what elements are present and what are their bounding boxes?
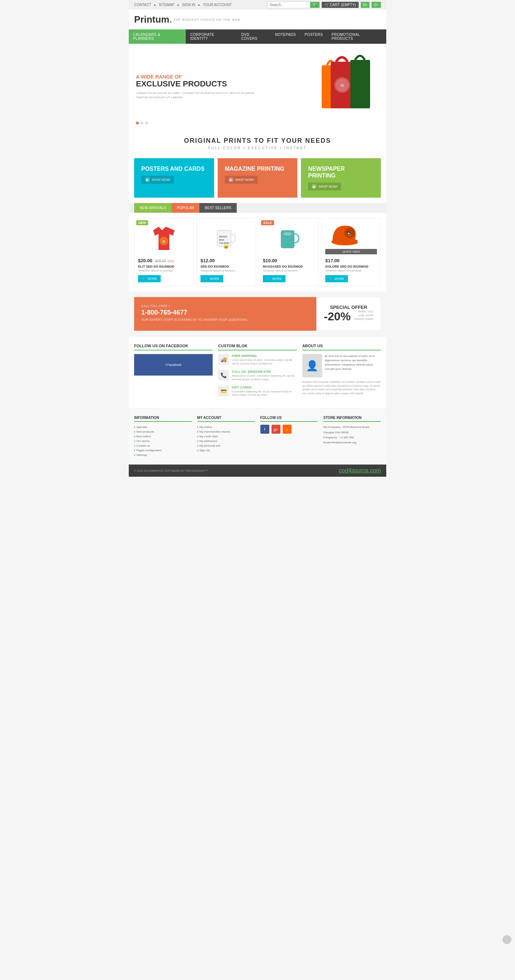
hero-dots (136, 122, 148, 124)
cart-button[interactable]: 🛒 CART: (EMPTY) (322, 2, 359, 8)
footer-info-stores[interactable]: Our stores (134, 439, 192, 443)
hero-dot-1[interactable] (136, 122, 139, 124)
add-to-cart-3[interactable]: 🛒 MORE (325, 275, 348, 282)
add-to-cart-2[interactable]: 🛒 MORE (263, 275, 286, 282)
nav-dvd[interactable]: DVD COVERS (237, 29, 271, 44)
facebook-placeholder[interactable]: f Facebook (134, 354, 213, 375)
product-desc-1: Temporin didurit ut laborum (200, 269, 252, 272)
custom-blok-text-0: FREE SHIPPING Lorem ipsum dolor sit amet… (232, 354, 297, 366)
products-grid: NEW ⚙ $20.00 $28.00 (5%) ELIT SED DO EIU… (129, 213, 386, 292)
footer-account-orders[interactable]: My orders (197, 425, 255, 430)
custom-item-title-2: GIFT CARDS (232, 386, 297, 389)
footer-info-title: INFORMATION (134, 416, 192, 422)
logo-name: Printum (134, 14, 169, 25)
hero-image: 🐘 (258, 54, 379, 119)
svg-text:🐘: 🐘 (340, 83, 345, 88)
copyright-link[interactable]: cod4source.com (339, 468, 381, 474)
footer-info-sitemap[interactable]: Sitemap (134, 453, 192, 457)
footer-account-addresses[interactable]: My addresses (197, 439, 255, 443)
product-card-2: SALE $10.00 MASSASED DO EIUSMOD Temporin… (259, 218, 318, 286)
custom-blok-item-2: 💳 GIFT CARDS Consectetur adipiscing elit… (218, 386, 297, 397)
googleplus-icon[interactable]: g+ (272, 425, 280, 434)
section-title: ORIGINAL PRINTS TO FIT YOUR NEEDS (134, 137, 381, 145)
category-magazine: MAGAZINE PRINTING ▶ SHOP NOW! (218, 158, 298, 198)
footer-store-phone: Freephone : +1 800 559 (323, 435, 381, 440)
contact-link[interactable]: CONTACT (134, 3, 151, 7)
search-input[interactable] (267, 2, 310, 8)
btn-label-0: MORE (148, 277, 157, 280)
search-button[interactable]: 🔍 (310, 2, 319, 8)
add-to-cart-1[interactable]: 🛒 MORE (200, 275, 223, 282)
shop-now-newspaper[interactable]: ▶ SHOP NOW! (308, 183, 341, 191)
nav-calendars[interactable]: CALENDARS & PLANNERS (129, 29, 186, 44)
logo-bar: Printum. THE BIGGEST CHOICE ON THE WEB (129, 10, 386, 29)
language-button[interactable]: En (361, 2, 369, 8)
about-more: Excepturi sint occaecati cupiditate non … (302, 380, 381, 395)
section-heading: ORIGINAL PRINTS TO FIT YOUR NEEDS FULL C… (129, 130, 386, 153)
cta-phone-section: CALL TOLL FREE + 1-800-765-4677 OUR EXPE… (134, 297, 316, 331)
nav-notepads[interactable]: NOTEPADS (271, 29, 300, 44)
hero-dot-2[interactable] (141, 122, 143, 124)
quick-view-overlay[interactable]: QUICK VIEW (325, 249, 377, 255)
footer-account-returns[interactable]: My merchandise returns (197, 430, 255, 434)
site-logo[interactable]: Printum. (134, 14, 172, 25)
cart-icon-3: 🛒 (329, 277, 333, 280)
nav-promotional[interactable]: PROMOTIONAL PRODUCTS (327, 29, 386, 44)
svg-text:⚙: ⚙ (162, 240, 165, 243)
footer-account-col: MY ACCOUNT My orders My merchandise retu… (197, 416, 255, 457)
cta-call-label: CALL TOLL FREE + (141, 304, 309, 308)
add-to-cart-0[interactable]: 🛒 MORE (138, 275, 161, 282)
nav-posters[interactable]: POSTERS (300, 29, 327, 44)
product-price-1: $12.00 (200, 257, 252, 264)
product-name-0: ELIT SED DO EIUSMOD (138, 265, 190, 268)
giftcard-icon: 💳 (218, 386, 229, 396)
cart-icon-2: 🛒 (267, 277, 270, 280)
shop-now-posters[interactable]: ▶ SHOP NOW! (141, 176, 174, 184)
footer-account-info[interactable]: My personal info (197, 443, 255, 448)
footer-account-slips[interactable]: My credit slips (197, 434, 255, 439)
sitemap-link[interactable]: ▸ (154, 3, 156, 7)
tab-best-sellers[interactable]: BEST SELLERS (199, 203, 237, 213)
product-name-3: DOLORE SED DO EIUSMOD (325, 265, 377, 268)
sitemap-link-text[interactable]: SITEMAP (159, 3, 175, 7)
product-desc-0: Temporin didurit ut laboreet (138, 269, 190, 272)
footer-about-title: ABOUT US (302, 344, 381, 350)
custom-blok-text-2: GIFT CARDS Consectetur adipiscing elit, … (232, 386, 297, 397)
shop-now-label-2: SHOP NOW! (318, 185, 337, 188)
price-2: $10.00 (263, 258, 277, 263)
hero-dot-3[interactable] (145, 122, 148, 124)
account-link[interactable]: YOUR ACCOUNT (203, 3, 232, 7)
footer-info-pages[interactable]: Pages configuration (134, 448, 192, 453)
svg-text:🦅: 🦅 (347, 230, 353, 236)
footer-bottom: INFORMATION Specials New products Best s… (129, 408, 386, 465)
section-subheading: FULL COLOR • EXECUTIVE • INSTANT (134, 146, 381, 150)
rss-icon[interactable]: ⌂ (283, 425, 292, 434)
search-box[interactable]: 🔍 (267, 2, 319, 8)
footer-account-signout[interactable]: Sign out (197, 448, 255, 453)
footer-info-new-products[interactable]: New products (134, 430, 192, 434)
nav-corporate[interactable]: CORPORATE IDENTITY (186, 29, 237, 44)
footer-info-contact[interactable]: Contact us (134, 443, 192, 448)
footer-info-specials[interactable]: Specials (134, 425, 192, 430)
footer-store-col: STORE INFORMATION My Company : 4578 Marm… (323, 416, 381, 457)
custom-item-title-0: FREE SHIPPING (232, 354, 297, 358)
logo-dot: . (169, 14, 172, 25)
cup-svg (278, 225, 299, 252)
footer-store-email: Email:info@demotrink.org (323, 440, 381, 445)
signin-link[interactable]: SIGN IN (182, 3, 196, 7)
hero-section: A WIDE RANGE OF EXCLUSIVE PRODUCTS Lorem… (129, 44, 386, 130)
shop-now-magazine[interactable]: ▶ SHOP NOW! (225, 176, 258, 184)
arrow-icon-2: ▶ (312, 184, 317, 189)
svg-text:World's: World's (219, 235, 227, 238)
footer-store-address: My Company : 4578 Marmora Road, Glasgow … (323, 425, 381, 435)
tab-popular[interactable]: POPULAR (172, 203, 199, 213)
tab-new-arrivals[interactable]: NEW ARRIVALS (134, 203, 172, 213)
custom-item-title-1: CALL US: (800)2345-6789 (232, 370, 297, 374)
footer-account-title: MY ACCOUNT (197, 416, 255, 422)
product-card-1: World's Best Cat Mom 🐱 $12.00 SED DO EIU… (197, 218, 256, 286)
social-button[interactable]: G+ (372, 2, 381, 8)
facebook-icon[interactable]: f (261, 425, 269, 434)
custom-item-desc-2: Consectetur adipiscing elit, sed do eius… (232, 390, 297, 397)
footer-info-best-sellers[interactable]: Best sellers (134, 434, 192, 439)
footer-follow-col: FOLLOW US ON FACEBOOK f Facebook (134, 344, 213, 401)
